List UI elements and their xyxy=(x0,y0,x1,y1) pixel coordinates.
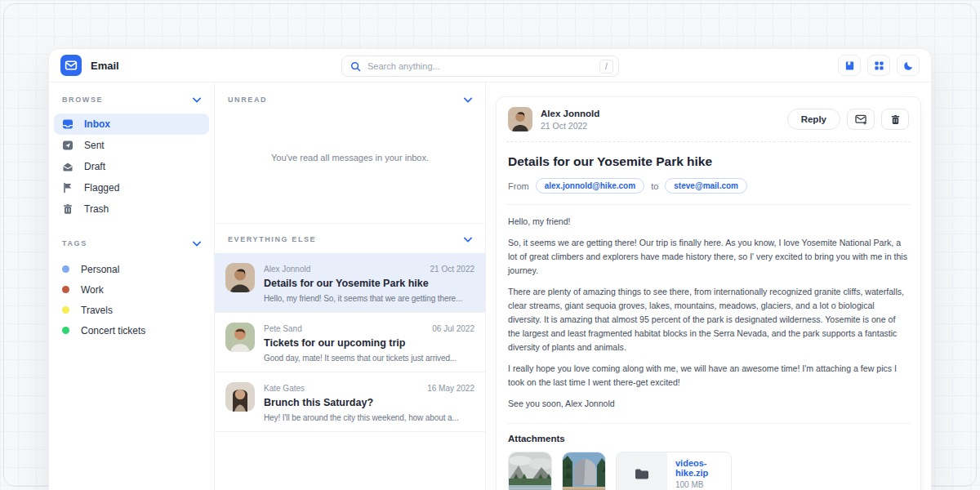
sidebar-item-label: Flagged xyxy=(84,182,119,194)
detail-from-row: From alex.jonnold@hike.com to steve@mail… xyxy=(506,178,911,205)
avatar xyxy=(225,263,255,292)
attachments-row: videos-hike.zip 100 MB xyxy=(506,452,911,490)
message-list-column: UNREAD You've read all messages in your … xyxy=(215,82,486,490)
avatar xyxy=(508,107,532,131)
body-paragraph: So, it seems we are getting there! Our t… xyxy=(508,236,909,278)
mail-subject: Details for our Yosemite Park hike xyxy=(264,278,474,289)
tag-item-travels[interactable]: Travels xyxy=(62,300,201,320)
from-label: From xyxy=(508,181,529,191)
to-address-pill[interactable]: steve@mail.com xyxy=(665,178,747,194)
sidebar-item-label: Sent xyxy=(84,140,105,151)
mail-body: Hello, my friend! So, it seems we are ge… xyxy=(506,205,911,424)
unread-section-header[interactable]: UNREAD xyxy=(215,82,485,104)
attachment-photo-half-dome[interactable] xyxy=(562,452,606,490)
mail-subject: Brunch this Saturday? xyxy=(264,397,474,408)
chevron-down-icon[interactable] xyxy=(193,97,201,103)
chevron-down-icon[interactable] xyxy=(464,237,472,243)
dark-mode-button[interactable] xyxy=(897,55,920,76)
sidebar: BROWSE Inbox Sent Draft xyxy=(49,82,215,490)
tag-label: Work xyxy=(81,284,104,296)
body-paragraph: Hello, my friend! xyxy=(508,215,909,229)
sidebar-item-label: Trash xyxy=(84,203,109,215)
mail-list-item[interactable]: Kate Gates 16 May 2022 Brunch this Satur… xyxy=(215,372,485,432)
dark-mode-moon-icon xyxy=(903,60,914,71)
browse-section-header[interactable]: BROWSE xyxy=(62,96,201,104)
inbox-icon xyxy=(62,118,74,130)
mail-detail-column: Alex Jonnold 21 Oct 2022 Reply xyxy=(486,82,931,490)
attachment-file-card[interactable]: videos-hike.zip 100 MB xyxy=(616,452,732,490)
tag-label: Concert tickets xyxy=(81,325,145,336)
reply-button[interactable]: Reply xyxy=(787,109,840,130)
unread-empty-message: You've read all messages in your inbox. xyxy=(215,104,485,212)
file-meta: videos-hike.zip 100 MB xyxy=(667,452,731,490)
trash-icon xyxy=(62,203,74,215)
body-paragraph: I really hope you love coming along with… xyxy=(508,362,909,390)
detail-sender-name: Alex Jonnold xyxy=(541,109,599,118)
browse-nav: Inbox Sent Draft Flagged xyxy=(54,114,209,220)
attachment-photo-valley[interactable] xyxy=(508,452,552,490)
sidebar-item-draft[interactable]: Draft xyxy=(54,156,209,177)
file-icon-box xyxy=(617,452,667,490)
sidebar-item-sent[interactable]: Sent xyxy=(54,135,209,156)
tag-label: Travels xyxy=(81,305,113,316)
draft-icon xyxy=(62,161,74,172)
mail-item-content: Alex Jonnold 21 Oct 2022 Details for our… xyxy=(264,263,474,303)
apps-grid-button[interactable] xyxy=(867,55,890,76)
mail-preview: Good day, mate! It seems that our ticket… xyxy=(264,354,474,363)
book-icon xyxy=(844,60,855,71)
attachments-label: Attachments xyxy=(508,434,909,443)
avatar xyxy=(225,382,255,412)
sent-icon xyxy=(62,140,74,151)
mail-subject: Tickets for our upcoming trip xyxy=(264,337,474,349)
app-body: BROWSE Inbox Sent Draft xyxy=(49,82,931,490)
book-button[interactable] xyxy=(838,55,861,76)
detail-subject: Details for our Yosemite Park hike xyxy=(508,154,909,169)
body-paragraph: There are plenty of amazing things to se… xyxy=(508,285,909,354)
sidebar-item-flagged[interactable]: Flagged xyxy=(54,177,209,198)
avatar xyxy=(225,323,255,352)
everything-else-section-header[interactable]: EVERYTHING ELSE xyxy=(215,224,485,253)
tags-section-header[interactable]: TAGS xyxy=(62,239,201,247)
mail-list-item[interactable]: Pete Sand 06 Jul 2022 Tickets for our up… xyxy=(215,313,485,372)
tag-color-dot xyxy=(62,286,69,293)
mail-sender: Pete Sand xyxy=(264,324,302,333)
tag-item-work[interactable]: Work xyxy=(62,279,201,300)
from-address-pill[interactable]: alex.jonnold@hike.com xyxy=(536,178,644,194)
unread-section-label: UNREAD xyxy=(228,96,267,104)
tag-color-dot xyxy=(62,265,69,273)
mail-item-content: Kate Gates 16 May 2022 Brunch this Satur… xyxy=(264,382,474,422)
tag-color-dot xyxy=(62,306,69,314)
chevron-down-icon[interactable] xyxy=(193,241,201,247)
mail-date: 06 Jul 2022 xyxy=(432,324,474,333)
to-label: to xyxy=(651,181,658,191)
apps-grid-icon xyxy=(874,60,884,71)
mail-preview: Hey! I'll be around the city this weeken… xyxy=(264,413,474,422)
detail-sender-block: Alex Jonnold 21 Oct 2022 xyxy=(541,109,599,131)
brand: Email xyxy=(60,55,119,76)
detail-header: Alex Jonnold 21 Oct 2022 Reply xyxy=(506,105,911,142)
file-name-link[interactable]: videos-hike.zip xyxy=(675,458,731,478)
sidebar-item-label: Inbox xyxy=(84,118,110,130)
email-logo-icon xyxy=(60,55,82,76)
tag-color-dot xyxy=(62,327,69,334)
sidebar-item-trash[interactable]: Trash xyxy=(54,198,209,220)
folder-icon xyxy=(635,468,649,480)
header-actions xyxy=(838,55,920,76)
search-shortcut-badge: / xyxy=(599,60,613,74)
desktop-background: Email / xyxy=(0,0,980,490)
tag-item-personal[interactable]: Personal xyxy=(62,259,201,279)
everything-else-section-label: EVERYTHING ELSE xyxy=(228,235,316,243)
tags-section-label: TAGS xyxy=(62,239,87,247)
mail-preview: Hello, my friend! So, it seems that we a… xyxy=(264,294,474,303)
tag-item-concert-tickets[interactable]: Concert tickets xyxy=(62,320,201,341)
detail-actions: Reply xyxy=(787,109,909,130)
mail-sender: Kate Gates xyxy=(264,384,305,393)
browse-section-label: BROWSE xyxy=(62,96,103,104)
delete-mail-button[interactable] xyxy=(881,109,909,130)
search-bar[interactable]: / xyxy=(341,56,619,77)
mail-list-item[interactable]: Alex Jonnold 21 Oct 2022 Details for our… xyxy=(215,253,485,313)
forward-mail-button[interactable] xyxy=(847,109,875,130)
chevron-down-icon[interactable] xyxy=(464,97,472,103)
search-input[interactable] xyxy=(368,61,599,71)
sidebar-item-inbox[interactable]: Inbox xyxy=(54,114,209,135)
